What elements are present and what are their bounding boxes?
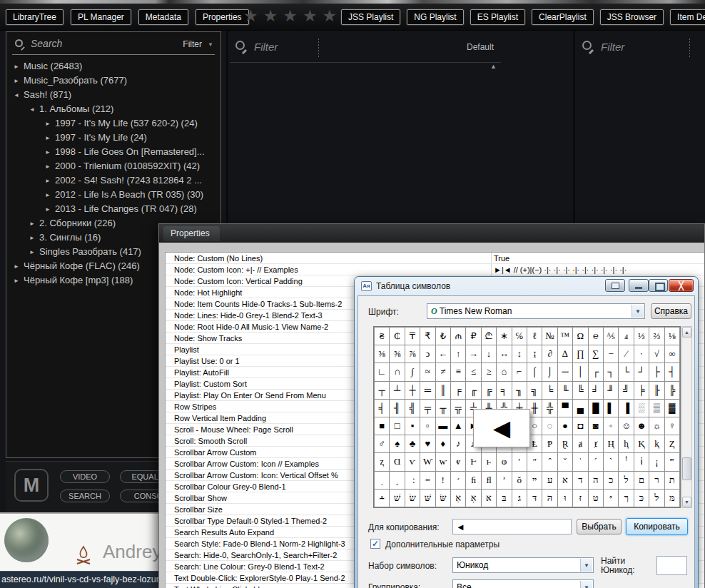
star-icon[interactable]: ★ [243,6,258,25]
character-cell[interactable]: = [420,472,435,489]
character-cell[interactable]: ₽ [466,328,480,345]
grid-scrollbar[interactable]: ▲ ▼ [681,326,692,508]
character-cell[interactable]: ▀ [558,400,572,417]
character-cell[interactable]: ∟ [375,363,389,380]
character-cell[interactable]: ↓ [482,345,496,363]
character-cell[interactable]: ╘ [542,382,557,399]
character-cell[interactable]: ─ [558,363,572,380]
expand-arrow-icon[interactable]: ► [45,160,55,174]
toolbar-button-ng-playlist[interactable]: NG Playlist [407,9,463,25]
character-cell[interactable]: ₸ [405,328,420,345]
toolbar-button-pl-manager[interactable]: PL Manager [71,9,131,25]
charset-combobox[interactable]: Юникод ▼ [452,557,594,573]
expand-arrow-icon[interactable]: ► [45,174,55,188]
character-cell[interactable]: ╒ [451,382,465,399]
character-cell[interactable]: ℮ [589,328,603,345]
character-cell[interactable]: ⅓ [634,328,649,345]
character-cell[interactable]: ┤ [665,363,679,380]
tree-item[interactable]: ►1998 - Life Goes On [Remastered]... [6,145,220,159]
character-cell[interactable]: ↨ [527,345,542,363]
character-cell[interactable]: אּ [482,490,496,507]
window-extra-button[interactable] [605,279,625,292]
character-cell[interactable]: ╞ [634,382,649,399]
character-cell[interactable]: ﬤ [604,472,618,489]
character-cell[interactable]: ‴ [665,453,679,470]
character-cell[interactable]: ∆ [558,345,572,363]
character-cell[interactable]: גּ [512,490,527,507]
scroll-up-icon[interactable]: ▲ [490,63,497,70]
character-cell[interactable]: ₼ [451,328,465,345]
character-cell[interactable]: ﬩ [375,490,389,507]
character-cell[interactable]: ∫ [405,363,420,380]
character-cell[interactable]: ◦ [604,417,618,435]
app-logo[interactable]: M [14,469,49,502]
character-cell[interactable]: ∑ [589,345,603,363]
character-cell[interactable]: ⱶ [482,453,496,470]
properties-row[interactable]: Node: Custom (No Lines)True [166,253,704,264]
character-cell[interactable]: ¡ [649,453,664,470]
character-cell[interactable]: שׁ [390,490,404,507]
collapse-arrow-icon[interactable]: ◄ [14,88,24,103]
toolbar-button-librarytree[interactable]: LibraryTree [6,9,64,25]
character-cell[interactable]: ♠ [390,435,404,452]
character-cell[interactable]: ⅍ [604,328,618,345]
character-cell[interactable]: ▄ [573,400,587,417]
character-cell[interactable]: ♣ [405,435,420,452]
maximize-button[interactable] [649,279,668,292]
character-cell[interactable]: ℓ [527,328,542,345]
character-cell[interactable]: Ɑ [390,453,404,470]
character-cell[interactable]: № [542,328,557,345]
character-cell[interactable]: ▓ [665,400,679,417]
character-cell[interactable]: ╝ [619,382,633,399]
scroll-down-button[interactable]: ▼ [682,497,691,507]
character-cell[interactable]: ☼ [649,417,664,435]
character-cell[interactable]: ﬁ [466,472,480,489]
character-cell[interactable]: אָ [466,490,480,507]
toolbar-button-jss-browser[interactable]: JSS Browser [600,9,664,25]
character-cell[interactable]: ◙ [589,417,603,435]
character-cell[interactable]: ﬦ [634,472,649,489]
character-cell[interactable]: Ɽ [558,435,572,452]
character-cell[interactable]: ⅞ [405,345,420,363]
character-cell[interactable]: ╢ [390,400,404,417]
character-cell[interactable]: ╦ [451,400,465,417]
expand-arrow-icon[interactable]: ► [45,131,55,146]
character-cell[interactable]: ♦ [436,435,450,452]
character-cell[interactable]: ▫ [420,417,435,435]
tree-item[interactable]: ◄1. Альбомы (212) [6,102,220,116]
character-cell[interactable]: ┬ [375,382,389,399]
rating-stars[interactable]: ★★★★★ [243,6,337,25]
forum-username[interactable]: Andrey [103,541,161,563]
character-cell[interactable]: ⱱ [405,453,420,470]
character-cell[interactable]: ˏ [390,472,404,489]
character-cell[interactable]: Ᵽ [542,435,557,452]
expand-arrow-icon[interactable]: ► [29,231,39,245]
character-cell[interactable]: ⱷ [497,453,511,470]
character-cell[interactable]: ʺ [527,453,542,470]
character-cell[interactable]: ™ [558,328,572,345]
character-cell[interactable]: ▌ [604,400,618,417]
tree-item[interactable]: ►2012 - Life Is A Beach (TR 035) (30) [6,188,220,202]
character-cell[interactable]: ךּ [619,490,633,507]
character-cell[interactable]: ⅎ [619,328,633,345]
character-cell[interactable]: ℅ [512,328,527,345]
expand-arrow-icon[interactable]: ► [45,203,55,217]
star-icon[interactable]: ★ [263,6,278,25]
character-cell[interactable]: ⅛ [665,328,679,345]
filter-dropdown[interactable]: Filter [183,39,202,49]
character-cell[interactable]: ! [436,472,450,489]
character-cell[interactable]: █ [589,400,603,417]
character-cell[interactable]: → [466,345,480,363]
character-cell[interactable]: ⅜ [375,345,389,363]
character-cell[interactable]: ☺ [619,417,633,435]
scroll-up-button[interactable]: ▲ [682,327,691,338]
character-cell[interactable]: ∂ [542,345,557,363]
character-cell[interactable]: ∞ [665,345,679,363]
character-cell[interactable]: ↔ [497,345,511,363]
character-cell[interactable]: ׃ [405,472,420,489]
character-cell[interactable]: ↑ [451,345,465,363]
character-cell[interactable]: זּ [573,490,587,507]
copy-characters-input[interactable]: ◄ [452,519,572,534]
expand-arrow-icon[interactable]: ► [14,74,24,88]
character-cell[interactable]: └ [619,363,633,380]
